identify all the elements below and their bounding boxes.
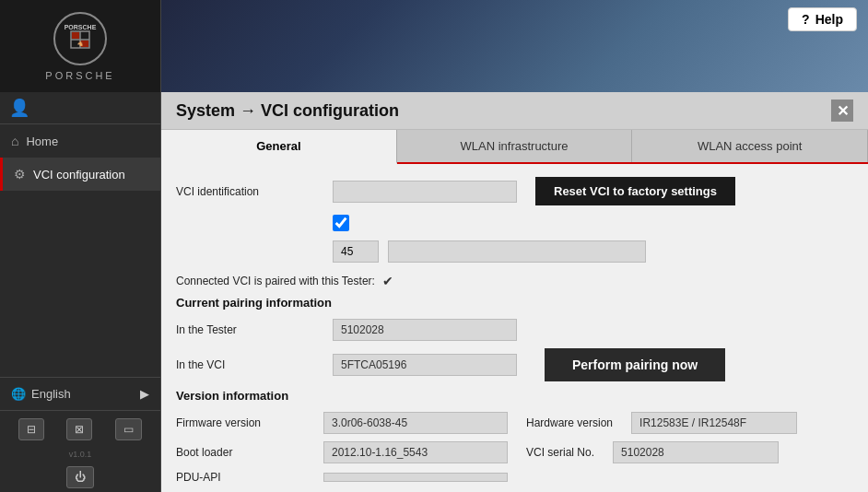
- vci-checkbox[interactable]: [333, 215, 349, 231]
- firmware-value: 3.0r06-6038-45: [323, 412, 508, 434]
- page-title: System → VCI configuration: [176, 101, 399, 121]
- tab-wlan-infra-label: WLAN infrastructure: [460, 139, 568, 153]
- paired-checkmark-icon: ✔: [382, 274, 393, 288]
- content-area: System → VCI configuration ✕ General WLA…: [161, 92, 868, 492]
- in-tester-row: In the Tester 5102028: [176, 319, 853, 341]
- sidebar-item-vci-label: VCI configuration: [33, 168, 125, 182]
- gear-icon: ⚙: [14, 167, 26, 182]
- close-button[interactable]: ✕: [831, 100, 853, 122]
- pdu-label: PDU-API: [176, 471, 323, 484]
- sidebar: 👤 ⌂ Home ⚙ VCI configuration 🌐 English ▶…: [0, 92, 161, 492]
- firmware-label: Firmware version: [176, 416, 323, 429]
- number-wide-input[interactable]: [388, 240, 646, 263]
- sidebar-item-home[interactable]: ⌂ Home: [0, 124, 160, 158]
- serial-value: 5102028: [613, 441, 779, 463]
- help-button[interactable]: ? Help: [788, 7, 857, 31]
- header: PORSCHE 🐴 PORSCHE ? Help: [0, 0, 868, 92]
- bootloader-value: 2012.10-1.16_5543: [323, 441, 508, 463]
- firmware-row: Firmware version 3.0r06-6038-45 Hardware…: [176, 412, 853, 434]
- chevron-right-icon: ▶: [140, 387, 149, 401]
- language-selector[interactable]: 🌐 English ▶: [0, 378, 160, 411]
- bootloader-row: Boot loader 2012.10-1.16_5543 VCI serial…: [176, 441, 853, 463]
- lang-left: 🌐 English: [11, 387, 71, 401]
- hardware-value: IR12583E / IR12548F: [631, 412, 797, 434]
- perform-pairing-button[interactable]: Perform pairing now: [545, 348, 725, 381]
- tab-general[interactable]: General: [161, 130, 397, 164]
- help-icon: ?: [802, 12, 810, 27]
- version-text: v1.0.1: [0, 448, 160, 463]
- logo-area: PORSCHE 🐴 PORSCHE: [0, 0, 161, 92]
- current-pairing-title: Current pairing information: [176, 296, 853, 310]
- power-button[interactable]: ⏻: [66, 466, 94, 488]
- icon-btn-3[interactable]: ▭: [115, 418, 142, 440]
- in-tester-label: In the Tester: [176, 323, 323, 336]
- reset-vci-button[interactable]: Reset VCI to factory settings: [535, 177, 735, 205]
- title-bar: System → VCI configuration ✕: [161, 92, 868, 130]
- tab-wlan-access-point[interactable]: WLAN access point: [632, 130, 868, 162]
- tab-general-label: General: [256, 139, 300, 153]
- language-label: English: [31, 387, 71, 401]
- number-row: [176, 240, 853, 263]
- svg-text:🐴: 🐴: [77, 41, 84, 47]
- form-content: VCI identification Reset VCI to factory …: [161, 164, 868, 492]
- svg-rect-5: [72, 32, 79, 39]
- sidebar-nav: ⌂ Home ⚙ VCI configuration: [0, 124, 160, 377]
- help-label: Help: [815, 12, 843, 27]
- header-right: ? Help: [161, 0, 868, 92]
- number-input[interactable]: [333, 240, 379, 263]
- hardware-section: Hardware version IR12583E / IR12548F: [526, 412, 797, 434]
- bootloader-label: Boot loader: [176, 446, 323, 459]
- in-vci-value: 5FTCA05196: [333, 354, 517, 376]
- user-icon: 👤: [9, 98, 29, 118]
- pdu-row: PDU-API: [176, 471, 853, 484]
- bottom-icons: ⊟ ⊠ ▭: [0, 411, 160, 448]
- tab-wlan-ap-label: WLAN access point: [698, 139, 802, 153]
- tab-wlan-infrastructure[interactable]: WLAN infrastructure: [397, 130, 633, 162]
- porsche-logo-icon: PORSCHE 🐴: [53, 11, 108, 66]
- version-info-title: Version information: [176, 389, 853, 403]
- icon-btn-2[interactable]: ⊠: [66, 418, 92, 440]
- vci-identification-input[interactable]: [333, 181, 517, 203]
- svg-text:PORSCHE: PORSCHE: [65, 24, 97, 30]
- icon-btn-1[interactable]: ⊟: [18, 418, 44, 440]
- main-layout: 👤 ⌂ Home ⚙ VCI configuration 🌐 English ▶…: [0, 92, 868, 492]
- pdu-value: [323, 473, 508, 482]
- hardware-label: Hardware version: [526, 416, 613, 429]
- checkbox-row: [333, 215, 853, 231]
- power-button-area: ⏻: [0, 463, 160, 492]
- language-icon: 🌐: [11, 387, 26, 401]
- paired-label: Connected VCI is paired with this Tester…: [176, 275, 375, 287]
- sidebar-top: 👤: [0, 92, 160, 124]
- home-icon: ⌂: [11, 134, 18, 148]
- sidebar-item-vci-configuration[interactable]: ⚙ VCI configuration: [0, 158, 160, 191]
- vci-identification-row: VCI identification Reset VCI to factory …: [176, 177, 853, 205]
- serial-section: VCI serial No. 5102028: [526, 441, 779, 463]
- serial-label: VCI serial No.: [526, 446, 594, 459]
- tabs: General WLAN infrastructure WLAN access …: [161, 130, 868, 164]
- in-tester-value: 5102028: [333, 319, 517, 341]
- in-vci-label: In the VCI: [176, 358, 323, 371]
- porsche-brand-text: PORSCHE: [45, 70, 114, 81]
- vci-identification-label: VCI identification: [176, 185, 323, 198]
- paired-row: Connected VCI is paired with this Tester…: [176, 274, 853, 288]
- in-vci-row: In the VCI 5FTCA05196 Perform pairing no…: [176, 348, 853, 381]
- sidebar-bottom: 🌐 English ▶ ⊟ ⊠ ▭ v1.0.1 ⏻: [0, 377, 160, 492]
- sidebar-item-home-label: Home: [26, 135, 58, 148]
